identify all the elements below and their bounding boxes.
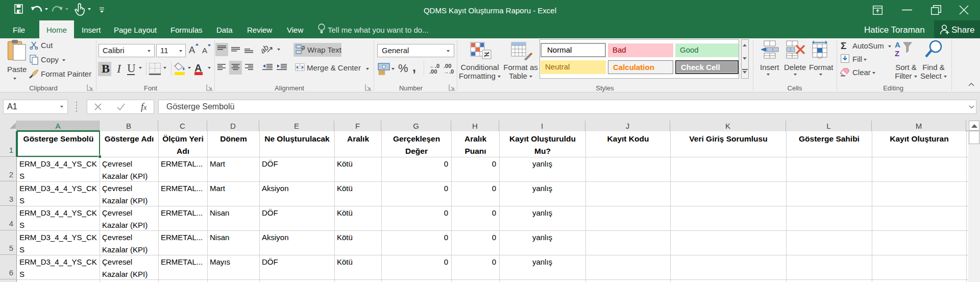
svg-text:A: A — [895, 40, 900, 49]
svg-text:Z: Z — [895, 49, 899, 58]
svg-text:ab: ab — [261, 44, 270, 55]
